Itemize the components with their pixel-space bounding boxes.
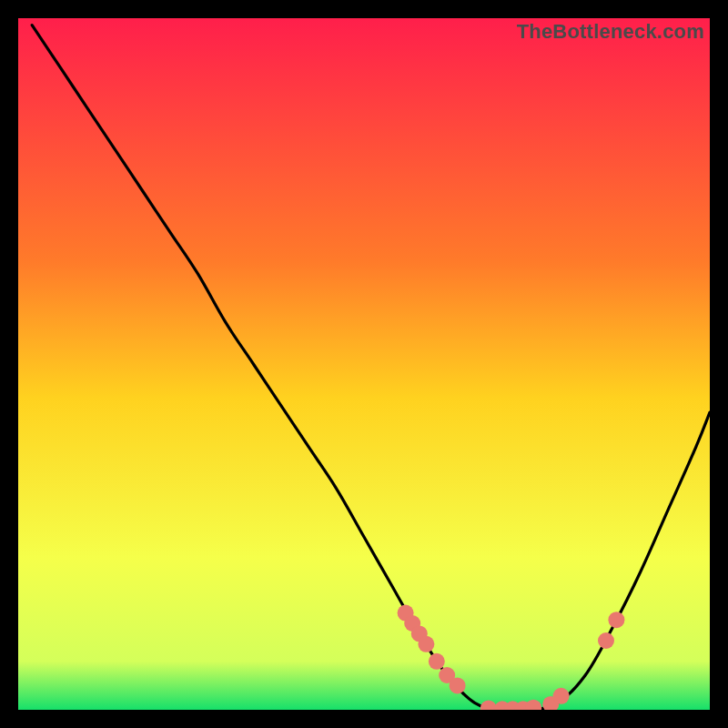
gradient-background (18, 18, 710, 710)
highlight-point (450, 677, 466, 693)
bottleneck-chart (18, 18, 710, 710)
highlight-point (608, 612, 624, 628)
highlight-point (598, 632, 614, 649)
chart-frame: TheBottleneck.com (18, 18, 710, 710)
highlight-point (418, 636, 434, 652)
highlight-point (553, 688, 570, 704)
watermark-text: TheBottleneck.com (517, 20, 704, 44)
highlight-point (429, 653, 445, 670)
